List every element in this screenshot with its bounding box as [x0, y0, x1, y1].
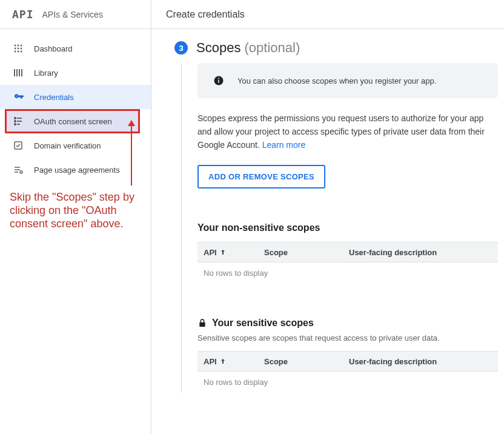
sidebar-item-oauth-consent[interactable]: OAuth consent screen: [5, 109, 140, 133]
table-header: API Scope User-facing description: [197, 351, 498, 372]
non-sensitive-title: Your non-sensitive scopes: [197, 222, 498, 233]
sidebar-nav: Dashboard Library Credentials OAuth cons…: [0, 29, 151, 182]
sensitive-title: Your sensitive scopes: [197, 318, 498, 329]
svg-point-2: [21, 45, 22, 47]
nav-label: Dashboard: [34, 44, 73, 53]
col-desc[interactable]: User-facing description: [349, 357, 498, 366]
page-title: Create credentials: [151, 0, 504, 29]
annotation-arrow: [131, 125, 132, 185]
api-logo: API: [12, 8, 34, 21]
step-number-badge: 3: [174, 41, 188, 55]
col-desc[interactable]: User-facing description: [349, 248, 498, 257]
sidebar-item-page-usage[interactable]: Page usage agreements: [0, 158, 151, 182]
svg-point-1: [18, 45, 19, 47]
table-header: API Scope User-facing description: [197, 242, 498, 262]
sidebar-item-credentials[interactable]: Credentials: [0, 85, 151, 109]
svg-point-15: [15, 124, 16, 125]
svg-rect-10: [16, 69, 18, 76]
nav-label: Domain verification: [34, 141, 101, 150]
empty-row: No rows to display: [197, 262, 498, 284]
info-banner-text: You can also choose scopes when you regi…: [237, 76, 436, 85]
library-icon: [13, 68, 34, 78]
svg-point-4: [18, 48, 19, 50]
svg-point-0: [15, 45, 16, 47]
step-header: 3 Scopes (optional): [174, 40, 498, 56]
sidebar-item-library[interactable]: Library: [0, 61, 151, 85]
svg-point-13: [15, 118, 16, 119]
learn-more-link[interactable]: Learn more: [262, 140, 306, 150]
verify-icon: [13, 141, 34, 150]
consent-icon: [13, 116, 34, 126]
non-sensitive-section: Your non-sensitive scopes API Scope User…: [197, 222, 498, 284]
key-icon: [13, 92, 34, 102]
col-scope[interactable]: Scope: [264, 357, 349, 366]
sensitive-table: API Scope User-facing description No row…: [197, 351, 498, 393]
add-remove-scopes-button[interactable]: ADD OR REMOVE SCOPES: [197, 165, 325, 189]
svg-rect-12: [21, 69, 22, 76]
svg-point-14: [15, 121, 16, 122]
main-panel: Create credentials 3 Scopes (optional) Y…: [151, 0, 504, 434]
sidebar-item-dashboard[interactable]: Dashboard: [0, 36, 151, 61]
nav-label: Library: [34, 68, 58, 78]
sort-arrow-icon: [219, 249, 227, 256]
empty-row: No rows to display: [197, 372, 498, 393]
sensitive-desc: Sensitive scopes are scopes that request…: [197, 333, 498, 342]
col-api[interactable]: API: [197, 357, 264, 366]
svg-rect-11: [19, 69, 20, 76]
scopes-description: Scopes express the permissions you reque…: [197, 112, 498, 152]
svg-point-8: [21, 51, 22, 53]
nav-label: OAuth consent screen: [34, 117, 112, 126]
svg-point-20: [218, 78, 219, 79]
annotation-text: Skip the "Scopes" step by clicking on th…: [10, 190, 137, 230]
lock-icon: [197, 318, 207, 328]
svg-rect-9: [14, 69, 15, 76]
sidebar-header: API APIs & Services: [0, 0, 151, 29]
non-sensitive-table: API Scope User-facing description No row…: [197, 242, 498, 284]
annotation-arrow-head: [128, 120, 135, 126]
svg-point-3: [15, 48, 16, 50]
dashboard-icon: [13, 44, 34, 53]
svg-point-7: [18, 51, 19, 53]
col-scope[interactable]: Scope: [264, 248, 349, 257]
sidebar-title: APIs & Services: [42, 10, 103, 19]
step-subtitle: (optional): [245, 40, 300, 55]
svg-rect-19: [218, 80, 219, 83]
sidebar-item-domain-verification[interactable]: Domain verification: [0, 133, 151, 158]
info-banner: You can also choose scopes when you regi…: [197, 63, 498, 98]
nav-label: Credentials: [34, 93, 74, 102]
step-title: Scopes (optional): [196, 40, 300, 56]
svg-point-17: [20, 171, 22, 173]
svg-point-5: [21, 48, 22, 50]
sort-arrow-icon: [219, 358, 227, 365]
col-api[interactable]: API: [197, 248, 264, 257]
info-icon: [213, 75, 224, 86]
sensitive-section: Your sensitive scopes Sensitive scopes a…: [197, 318, 498, 393]
nav-label: Page usage agreements: [34, 165, 120, 175]
usage-icon: [13, 165, 34, 175]
sidebar: API APIs & Services Dashboard Library: [0, 0, 151, 434]
svg-point-6: [15, 51, 16, 53]
